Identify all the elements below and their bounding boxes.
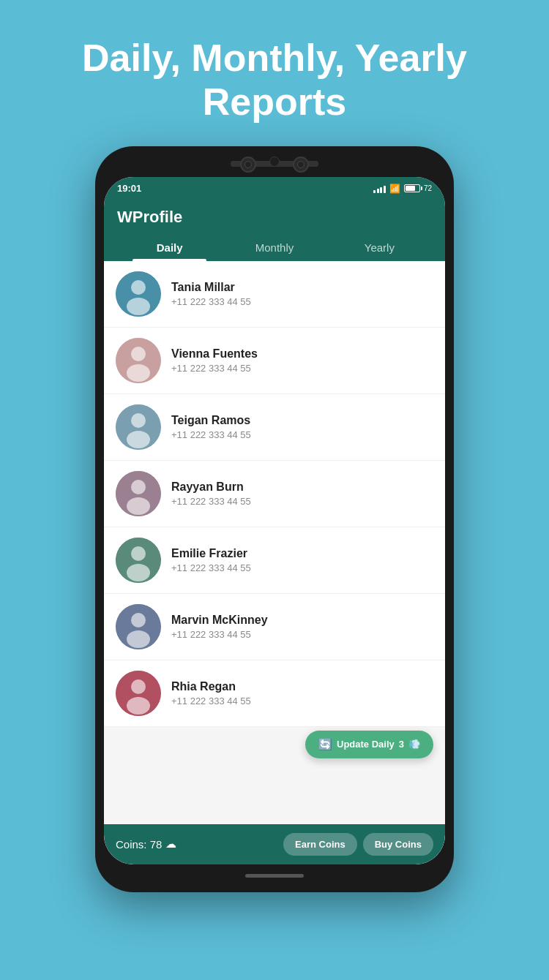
tabs-container: Daily Monthly Yearly	[117, 234, 432, 261]
svg-point-16	[131, 613, 146, 627]
coins-info: Coins: 78 ☁	[116, 837, 176, 851]
contact-phone: +11 222 333 44 55	[171, 296, 433, 307]
contact-name: Rhia Regan	[171, 680, 433, 693]
contact-name: Rayyan Burn	[171, 480, 433, 494]
contact-info: Rayyan Burn+11 222 333 44 55	[171, 480, 433, 507]
svg-point-11	[127, 497, 150, 515]
contact-phone: +11 222 333 44 55	[171, 629, 433, 640]
contact-info: Rhia Regan+11 222 333 44 55	[171, 680, 433, 706]
battery-tip	[421, 186, 422, 190]
svg-point-2	[127, 298, 150, 315]
signal-icon	[373, 184, 386, 193]
contact-phone: +11 222 333 44 55	[171, 496, 433, 507]
contact-info: Marvin McKinney+11 222 333 44 55	[171, 614, 433, 640]
update-cloud-icon: 💨	[408, 739, 420, 750]
contact-phone: +11 222 333 44 55	[171, 696, 433, 706]
svg-point-17	[127, 630, 150, 648]
avatar	[116, 538, 161, 583]
contact-name: Teigan Ramos	[171, 414, 433, 427]
avatar	[116, 604, 161, 649]
camera-lens-left	[244, 161, 252, 168]
home-indicator	[245, 874, 304, 878]
svg-point-10	[131, 480, 146, 494]
battery-percent: 72	[424, 184, 432, 192]
camera-center	[269, 157, 280, 167]
avatar	[116, 671, 161, 716]
svg-point-20	[127, 697, 150, 715]
earn-coins-button[interactable]: Earn Coins	[283, 833, 357, 856]
list-item[interactable]: Marvin McKinney+11 222 333 44 55	[104, 594, 445, 660]
phone-bottom-bar	[104, 869, 445, 883]
contact-info: Teigan Ramos+11 222 333 44 55	[171, 414, 433, 440]
signal-bar-4	[384, 186, 386, 193]
coins-icon: ☁	[165, 837, 176, 851]
tab-monthly[interactable]: Monthly	[222, 234, 326, 261]
refresh-icon: 🔄	[318, 738, 332, 751]
contact-name: Marvin McKinney	[171, 614, 433, 627]
update-daily-button[interactable]: 🔄 Update Daily 3 💨	[305, 731, 433, 758]
avatar	[116, 404, 161, 450]
contact-name: Tania Millar	[171, 281, 433, 294]
svg-point-1	[131, 280, 146, 295]
signal-bar-3	[380, 187, 382, 193]
list-item[interactable]: Tania Millar+11 222 333 44 55	[104, 261, 445, 328]
svg-point-4	[131, 347, 146, 361]
list-item[interactable]: Teigan Ramos+11 222 333 44 55	[104, 394, 445, 461]
phone-mockup: 19:01 📶 72 WProfile	[95, 146, 454, 892]
svg-point-13	[131, 546, 146, 561]
bottom-buttons: Earn Coins Buy Coins	[283, 833, 433, 856]
contact-phone: +11 222 333 44 55	[171, 363, 433, 374]
svg-point-14	[127, 564, 150, 581]
buy-coins-button[interactable]: Buy Coins	[363, 833, 433, 856]
contact-phone: +11 222 333 44 55	[171, 562, 433, 573]
list-item[interactable]: Vienna Fuentes+11 222 333 44 55	[104, 328, 445, 394]
battery-fill	[406, 186, 415, 191]
bottom-bar: Coins: 78 ☁ Earn Coins Buy Coins	[104, 824, 445, 864]
phone-cameras	[240, 157, 309, 173]
svg-point-5	[127, 364, 150, 382]
tab-yearly[interactable]: Yearly	[327, 234, 432, 261]
battery-icon: 72	[404, 184, 432, 192]
contact-name: Vienna Fuentes	[171, 347, 433, 361]
app-title: WProfile	[117, 208, 432, 227]
wifi-icon: 📶	[389, 184, 400, 194]
phone-top-bar	[104, 155, 445, 176]
camera-right	[293, 157, 309, 173]
contact-info: Tania Millar+11 222 333 44 55	[171, 281, 433, 307]
list-item[interactable]: Rhia Regan+11 222 333 44 55	[104, 660, 445, 727]
battery-body	[404, 184, 420, 192]
contact-info: Vienna Fuentes+11 222 333 44 55	[171, 347, 433, 374]
coins-label: Coins: 78	[116, 838, 162, 851]
avatar	[116, 271, 161, 317]
signal-bar-2	[377, 189, 379, 193]
app-toolbar: WProfile Daily Monthly Yearly	[104, 200, 445, 261]
page-title: Daily, Monthly, Yearly Reports	[0, 37, 549, 124]
avatar	[116, 338, 161, 383]
camera-left	[240, 157, 256, 173]
status-time: 19:01	[117, 183, 141, 194]
tab-daily[interactable]: Daily	[117, 234, 222, 261]
update-daily-label: Update Daily	[337, 739, 395, 750]
contact-name: Emilie Frazier	[171, 547, 433, 560]
status-bar: 19:01 📶 72	[104, 177, 445, 200]
avatar	[116, 471, 161, 516]
contacts-list[interactable]: Tania Millar+11 222 333 44 55 Vienna Fue…	[104, 261, 445, 824]
signal-bar-1	[373, 190, 376, 193]
svg-point-19	[131, 679, 146, 694]
svg-point-7	[131, 413, 146, 428]
update-count: 3	[399, 739, 404, 750]
contact-phone: +11 222 333 44 55	[171, 429, 433, 440]
status-icons: 📶 72	[373, 184, 432, 194]
phone-screen: 19:01 📶 72 WProfile	[104, 177, 445, 864]
camera-lens-right	[297, 161, 305, 168]
list-item[interactable]: Rayyan Burn+11 222 333 44 55	[104, 461, 445, 527]
contact-info: Emilie Frazier+11 222 333 44 55	[171, 547, 433, 573]
svg-point-8	[127, 431, 150, 448]
list-item[interactable]: Emilie Frazier+11 222 333 44 55	[104, 527, 445, 594]
